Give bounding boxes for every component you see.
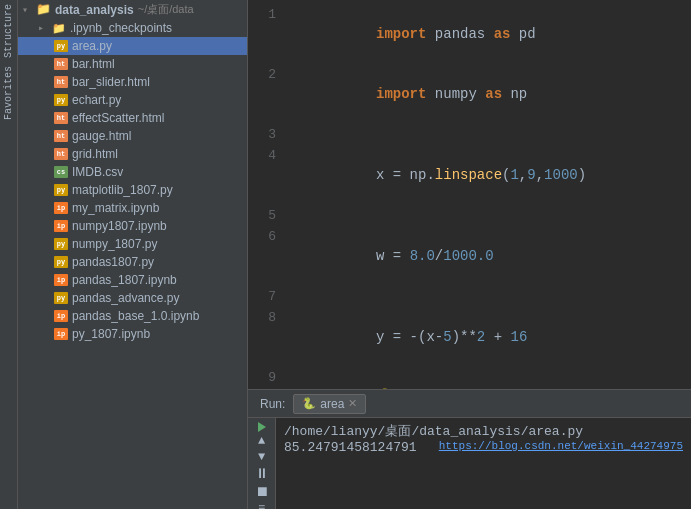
bottom-button[interactable]: ≡ [252,502,272,509]
line-number-6: 6 [248,227,288,247]
output-line-1: /home/lianyy/桌面/data_analysis/area.py [284,422,683,440]
sidebar-label-echart: echart.py [72,93,121,107]
line-number-9: 9 [248,368,288,388]
root-folder-label: data_analysis [55,3,134,17]
py-file-icon-6: py [54,292,68,304]
run-tab-area[interactable]: 🐍 area ✕ [293,394,366,414]
sidebar-label-py1807: py_1807.ipynb [72,327,150,341]
sidebar-item-bar-slider[interactable]: ht bar_slider.html [18,73,247,91]
sidebar-label-gauge: gauge.html [72,129,131,143]
output-line-2: 85.24791458124791 https://blog.csdn.net/… [284,440,683,455]
sidebar-item-numpy-py[interactable]: py numpy_1807.py [18,235,247,253]
line-content-7 [288,286,691,306]
sidebar-label-grid: grid.html [72,147,118,161]
sidebar-item-area-py[interactable]: py area.py [18,37,247,55]
line-number-7: 7 [248,287,288,307]
py-file-icon: py [54,40,68,52]
sidebar-item-pandas1807-ipynb[interactable]: ip pandas_1807.ipynb [18,271,247,289]
ipynb-file-icon: ip [54,202,68,214]
ipynb-file-icon-4: ip [54,310,68,322]
sidebar-item-bar-html[interactable]: ht bar.html [18,55,247,73]
html-file-icon-4: ht [54,130,68,142]
sidebar-item-pandas-base[interactable]: ip pandas_base_1.0.ipynb [18,307,247,325]
ipynb-file-icon-5: ip [54,328,68,340]
line-content-4: x = np.linspace(1,9,1000) [288,145,691,205]
line-content-1: import pandas as pd [288,4,691,64]
sidebar-label-pandas-base: pandas_base_1.0.ipynb [72,309,199,323]
code-line-8: 8 y = -(x-5)**2 + 16 [248,307,691,367]
py-file-icon-4: py [54,238,68,250]
run-tab-label: area [320,397,344,411]
run-label: Run: [252,397,293,411]
chevron-right-icon: ▸ [38,22,48,34]
scroll-up-button[interactable]: ▲ [252,434,272,448]
output-url[interactable]: https://blog.csdn.net/weixin_44274975 [439,440,683,452]
file-explorer: ▾ 📁 data_analysis ~/桌面/data ▸ 📁 .ipynb_c… [18,0,248,509]
html-file-icon-3: ht [54,112,68,124]
sidebar-label-effectscatter: effectScatter.html [72,111,165,125]
sidebar-item-grid[interactable]: ht grid.html [18,145,247,163]
sidebar-label-numpy1807: numpy1807.ipynb [72,219,167,233]
sidebar-item-my-matrix[interactable]: ip my_matrix.ipynb [18,199,247,217]
py-file-icon-5: py [54,256,68,268]
code-line-1: 1 import pandas as pd [248,4,691,64]
sidebar-label-numpy-py: numpy_1807.py [72,237,157,251]
ipynb-file-icon-3: ip [54,274,68,286]
play-icon [258,422,266,432]
main-container: Structure Favorites ▾ 📁 data_analysis ~/… [0,0,691,509]
html-file-icon-2: ht [54,76,68,88]
line-number-8: 8 [248,308,288,328]
pause-button[interactable]: ⏸ [252,466,272,482]
scroll-down-button[interactable]: ▼ [252,450,272,464]
code-line-5: 5 [248,205,691,226]
sidebar-label-imdb: IMDB.csv [72,165,123,179]
chevron-down-icon: ▾ [22,4,32,16]
code-line-9: 9 💡 [248,367,691,389]
output-path: /home/lianyy/桌面/data_analysis/area.py [284,422,583,440]
bottom-icon: ≡ [258,502,265,509]
root-folder[interactable]: ▾ 📁 data_analysis ~/桌面/data [18,0,247,19]
html-file-icon: ht [54,58,68,70]
run-output: /home/lianyy/桌面/data_analysis/area.py 85… [276,418,691,509]
scroll-down-icon: ▼ [258,450,265,464]
favorites-label[interactable]: Favorites [1,62,16,124]
code-line-3: 3 [248,124,691,145]
code-line-6: 6 w = 8.0/1000.0 [248,226,691,286]
code-editor[interactable]: 1 import pandas as pd 2 import numpy as … [248,0,691,389]
sidebar-label-matplotlib: matplotlib_1807.py [72,183,173,197]
sidebar-item-echart[interactable]: py echart.py [18,91,247,109]
line-content-3 [288,124,691,144]
sidebar-label-checkpoints: .ipynb_checkpoints [70,21,172,35]
sidebar-label-pandas-advance: pandas_advance.py [72,291,179,305]
line-number-3: 3 [248,125,288,145]
line-content-6: w = 8.0/1000.0 [288,226,691,286]
sidebar-item-py1807[interactable]: ip py_1807.ipynb [18,325,247,343]
sidebar-item-imdb[interactable]: cs IMDB.csv [18,163,247,181]
line-number-4: 4 [248,146,288,166]
sidebar-label-pandas1807-ipynb: pandas_1807.ipynb [72,273,177,287]
sidebar-item-checkpoints[interactable]: ▸ 📁 .ipynb_checkpoints [18,19,247,37]
play-button[interactable] [252,422,272,432]
sidebar-item-pandas-advance[interactable]: py pandas_advance.py [18,289,247,307]
line-content-2: import numpy as np [288,64,691,124]
structure-label[interactable]: Structure [1,0,16,62]
stop-icon: ⏹ [255,484,269,500]
output-value: 85.24791458124791 [284,440,417,455]
sidebar-item-numpy1807[interactable]: ip numpy1807.ipynb [18,217,247,235]
py-file-icon-3: py [54,184,68,196]
run-tab-icon: 🐍 [302,397,316,410]
run-tab-bar: Run: 🐍 area ✕ [248,390,691,418]
pause-icon: ⏸ [255,466,269,482]
close-tab-icon[interactable]: ✕ [348,397,357,410]
stop-button[interactable]: ⏹ [252,484,272,500]
sidebar-label-bar-html: bar.html [72,57,115,71]
line-content-8: y = -(x-5)**2 + 16 [288,307,691,367]
html-file-icon-5: ht [54,148,68,160]
sidebar-item-gauge[interactable]: ht gauge.html [18,127,247,145]
sidebar-item-effectscatter[interactable]: ht effectScatter.html [18,109,247,127]
code-line-7: 7 [248,286,691,307]
sidebar-item-matplotlib[interactable]: py matplotlib_1807.py [18,181,247,199]
sidebar-item-pandas1807-py[interactable]: py pandas1807.py [18,253,247,271]
line-content-5 [288,205,691,225]
line-number-5: 5 [248,206,288,226]
